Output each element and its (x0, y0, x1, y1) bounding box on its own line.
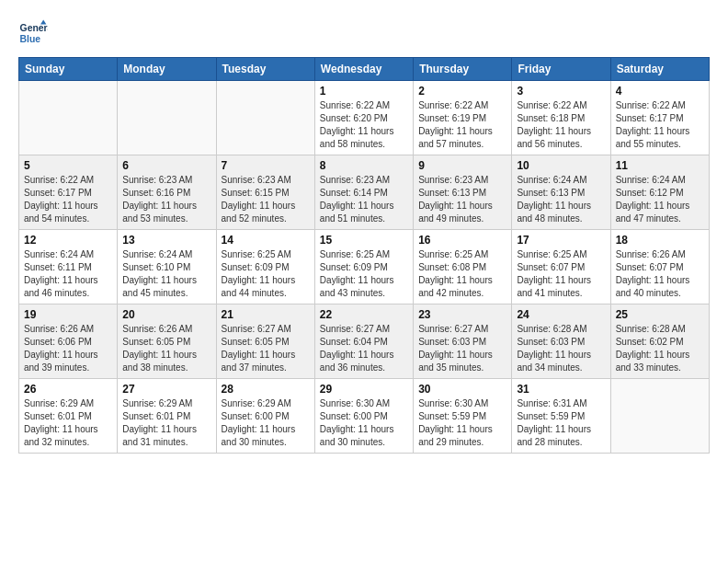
day-number: 15 (320, 234, 408, 247)
calendar-day-11: 11Sunrise: 6:24 AM Sunset: 6:12 PM Dayli… (610, 155, 709, 230)
day-number: 4 (616, 85, 704, 98)
weekday-header-wednesday: Wednesday (314, 58, 413, 81)
day-number: 21 (222, 308, 310, 321)
day-number: 27 (122, 383, 210, 396)
calendar-day-25: 25Sunrise: 6:28 AM Sunset: 6:02 PM Dayli… (610, 304, 709, 379)
calendar-day-4: 4Sunrise: 6:22 AM Sunset: 6:17 PM Daylig… (610, 81, 709, 155)
calendar-day-6: 6Sunrise: 6:23 AM Sunset: 6:16 PM Daylig… (118, 155, 216, 230)
day-info: Sunrise: 6:24 AM Sunset: 6:10 PM Dayligh… (122, 248, 210, 300)
day-number: 28 (222, 383, 310, 396)
day-number: 24 (517, 308, 605, 321)
calendar-day-empty (610, 379, 709, 454)
calendar-week-row: 5Sunrise: 6:22 AM Sunset: 6:17 PM Daylig… (19, 155, 710, 230)
day-number: 22 (320, 308, 408, 321)
day-number: 10 (517, 159, 605, 172)
day-info: Sunrise: 6:22 AM Sunset: 6:17 PM Dayligh… (616, 99, 704, 151)
calendar-day-3: 3Sunrise: 6:22 AM Sunset: 6:18 PM Daylig… (512, 81, 610, 155)
day-info: Sunrise: 6:22 AM Sunset: 6:18 PM Dayligh… (517, 99, 605, 151)
logo-icon: General Blue (18, 18, 48, 48)
day-number: 12 (24, 234, 112, 247)
calendar-day-2: 2Sunrise: 6:22 AM Sunset: 6:19 PM Daylig… (414, 81, 512, 155)
calendar-day-7: 7Sunrise: 6:23 AM Sunset: 6:15 PM Daylig… (216, 155, 314, 230)
calendar-day-1: 1Sunrise: 6:22 AM Sunset: 6:20 PM Daylig… (314, 81, 413, 155)
calendar-day-18: 18Sunrise: 6:26 AM Sunset: 6:07 PM Dayli… (610, 230, 709, 304)
day-info: Sunrise: 6:23 AM Sunset: 6:16 PM Dayligh… (122, 174, 210, 225)
day-number: 17 (517, 234, 605, 247)
calendar-day-9: 9Sunrise: 6:23 AM Sunset: 6:13 PM Daylig… (414, 155, 512, 230)
calendar-table: SundayMondayTuesdayWednesdayThursdayFrid… (18, 57, 710, 454)
calendar-day-28: 28Sunrise: 6:29 AM Sunset: 6:00 PM Dayli… (216, 379, 314, 454)
day-info: Sunrise: 6:25 AM Sunset: 6:09 PM Dayligh… (320, 248, 408, 300)
day-info: Sunrise: 6:23 AM Sunset: 6:13 PM Dayligh… (418, 174, 506, 225)
day-number: 25 (616, 308, 704, 321)
calendar-day-10: 10Sunrise: 6:24 AM Sunset: 6:13 PM Dayli… (512, 155, 610, 230)
day-info: Sunrise: 6:29 AM Sunset: 6:01 PM Dayligh… (24, 397, 112, 449)
calendar-day-empty (118, 81, 216, 155)
day-number: 26 (24, 383, 112, 396)
day-number: 16 (418, 234, 506, 247)
day-info: Sunrise: 6:24 AM Sunset: 6:11 PM Dayligh… (24, 248, 112, 300)
day-info: Sunrise: 6:24 AM Sunset: 6:13 PM Dayligh… (517, 174, 605, 225)
day-number: 8 (320, 159, 408, 172)
calendar-week-row: 12Sunrise: 6:24 AM Sunset: 6:11 PM Dayli… (19, 230, 710, 304)
calendar-day-26: 26Sunrise: 6:29 AM Sunset: 6:01 PM Dayli… (19, 379, 118, 454)
day-number: 29 (320, 383, 408, 396)
calendar-week-row: 26Sunrise: 6:29 AM Sunset: 6:01 PM Dayli… (19, 379, 710, 454)
day-number: 20 (122, 308, 210, 321)
svg-marker-2 (40, 20, 46, 25)
day-info: Sunrise: 6:22 AM Sunset: 6:20 PM Dayligh… (320, 99, 408, 151)
day-info: Sunrise: 6:24 AM Sunset: 6:12 PM Dayligh… (616, 174, 704, 225)
calendar-day-21: 21Sunrise: 6:27 AM Sunset: 6:05 PM Dayli… (216, 304, 314, 379)
day-number: 11 (616, 159, 704, 172)
calendar-day-15: 15Sunrise: 6:25 AM Sunset: 6:09 PM Dayli… (314, 230, 413, 304)
day-info: Sunrise: 6:30 AM Sunset: 5:59 PM Dayligh… (418, 397, 506, 449)
day-number: 7 (222, 159, 310, 172)
day-info: Sunrise: 6:28 AM Sunset: 6:02 PM Dayligh… (616, 323, 704, 374)
day-number: 9 (418, 159, 506, 172)
day-info: Sunrise: 6:27 AM Sunset: 6:03 PM Dayligh… (418, 323, 506, 374)
calendar-day-empty (19, 81, 118, 155)
calendar-day-13: 13Sunrise: 6:24 AM Sunset: 6:10 PM Dayli… (118, 230, 216, 304)
day-info: Sunrise: 6:22 AM Sunset: 6:19 PM Dayligh… (418, 99, 506, 151)
day-number: 3 (517, 85, 605, 98)
calendar-day-12: 12Sunrise: 6:24 AM Sunset: 6:11 PM Dayli… (19, 230, 118, 304)
calendar-week-row: 19Sunrise: 6:26 AM Sunset: 6:06 PM Dayli… (19, 304, 710, 379)
calendar-day-23: 23Sunrise: 6:27 AM Sunset: 6:03 PM Dayli… (414, 304, 512, 379)
day-number: 14 (222, 234, 310, 247)
weekday-header-tuesday: Tuesday (216, 58, 314, 81)
calendar-day-29: 29Sunrise: 6:30 AM Sunset: 6:00 PM Dayli… (314, 379, 413, 454)
calendar-day-19: 19Sunrise: 6:26 AM Sunset: 6:06 PM Dayli… (19, 304, 118, 379)
calendar-day-14: 14Sunrise: 6:25 AM Sunset: 6:09 PM Dayli… (216, 230, 314, 304)
day-info: Sunrise: 6:27 AM Sunset: 6:05 PM Dayligh… (222, 323, 310, 374)
calendar-day-31: 31Sunrise: 6:31 AM Sunset: 5:59 PM Dayli… (512, 379, 610, 454)
day-number: 5 (24, 159, 112, 172)
day-info: Sunrise: 6:29 AM Sunset: 6:00 PM Dayligh… (222, 397, 310, 449)
calendar-day-8: 8Sunrise: 6:23 AM Sunset: 6:14 PM Daylig… (314, 155, 413, 230)
day-number: 23 (418, 308, 506, 321)
calendar-week-row: 1Sunrise: 6:22 AM Sunset: 6:20 PM Daylig… (19, 81, 710, 155)
logo: General Blue (18, 18, 51, 48)
weekday-header-monday: Monday (118, 58, 216, 81)
svg-text:Blue: Blue (20, 34, 41, 44)
day-info: Sunrise: 6:23 AM Sunset: 6:15 PM Dayligh… (222, 174, 310, 225)
page-header: General Blue (18, 18, 710, 48)
day-number: 13 (122, 234, 210, 247)
day-number: 18 (616, 234, 704, 247)
weekday-header-friday: Friday (512, 58, 610, 81)
day-info: Sunrise: 6:22 AM Sunset: 6:17 PM Dayligh… (24, 174, 112, 225)
calendar-day-27: 27Sunrise: 6:29 AM Sunset: 6:01 PM Dayli… (118, 379, 216, 454)
day-number: 31 (517, 383, 605, 396)
day-info: Sunrise: 6:28 AM Sunset: 6:03 PM Dayligh… (517, 323, 605, 374)
calendar-day-16: 16Sunrise: 6:25 AM Sunset: 6:08 PM Dayli… (414, 230, 512, 304)
day-info: Sunrise: 6:26 AM Sunset: 6:07 PM Dayligh… (616, 248, 704, 300)
weekday-header-saturday: Saturday (610, 58, 709, 81)
day-info: Sunrise: 6:29 AM Sunset: 6:01 PM Dayligh… (122, 397, 210, 449)
day-info: Sunrise: 6:26 AM Sunset: 6:05 PM Dayligh… (122, 323, 210, 374)
calendar-day-30: 30Sunrise: 6:30 AM Sunset: 5:59 PM Dayli… (414, 379, 512, 454)
calendar-day-empty (216, 81, 314, 155)
day-info: Sunrise: 6:27 AM Sunset: 6:04 PM Dayligh… (320, 323, 408, 374)
weekday-header-thursday: Thursday (414, 58, 512, 81)
day-number: 19 (24, 308, 112, 321)
day-info: Sunrise: 6:25 AM Sunset: 6:08 PM Dayligh… (418, 248, 506, 300)
day-info: Sunrise: 6:26 AM Sunset: 6:06 PM Dayligh… (24, 323, 112, 374)
